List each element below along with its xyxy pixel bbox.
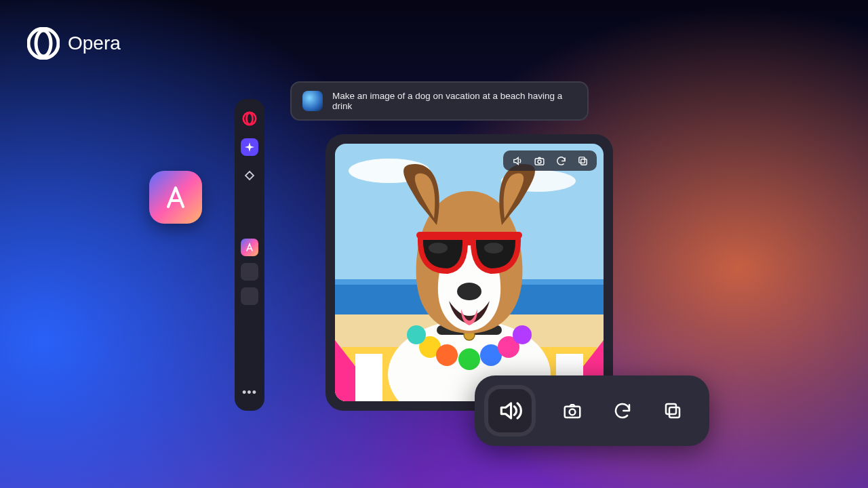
prompt-bar[interactable]: Make an image of a dog on vacation at a … bbox=[290, 81, 589, 121]
opera-icon bbox=[242, 111, 257, 126]
refresh-icon bbox=[555, 155, 567, 167]
svg-point-25 bbox=[429, 243, 448, 253]
svg-point-33 bbox=[570, 409, 576, 415]
copy-button-large[interactable] bbox=[659, 397, 686, 424]
svg-rect-28 bbox=[535, 158, 544, 164]
speaker-icon bbox=[497, 398, 523, 424]
opera-logo: Opera bbox=[27, 27, 121, 60]
sidebar-item-diamond[interactable] bbox=[241, 167, 258, 184]
svg-rect-34 bbox=[669, 407, 679, 418]
generated-image-wrap bbox=[335, 144, 604, 401]
svg-point-3 bbox=[246, 113, 252, 125]
svg-rect-31 bbox=[578, 157, 585, 163]
sidebar-item-opera[interactable] bbox=[241, 110, 258, 127]
svg-point-1 bbox=[36, 30, 51, 56]
sidebar-item-sparkle[interactable] bbox=[241, 138, 258, 156]
copy-icon bbox=[577, 155, 589, 167]
svg-point-0 bbox=[28, 28, 58, 58]
svg-point-16 bbox=[458, 348, 480, 370]
svg-rect-24 bbox=[462, 239, 476, 245]
speaker-button-large[interactable] bbox=[484, 385, 536, 436]
svg-rect-35 bbox=[666, 404, 676, 414]
refresh-button-large[interactable] bbox=[609, 397, 636, 424]
svg-point-20 bbox=[513, 325, 532, 344]
sidebar-thumb-aria[interactable] bbox=[241, 239, 258, 256]
sidebar-more[interactable]: ••• bbox=[242, 386, 257, 400]
aria-a-icon bbox=[245, 243, 254, 252]
user-avatar bbox=[302, 91, 323, 111]
sparkle-icon bbox=[244, 142, 255, 152]
camera-icon bbox=[562, 401, 583, 421]
prompt-text: Make an image of a dog on vacation at a … bbox=[332, 91, 576, 111]
svg-point-26 bbox=[484, 243, 503, 253]
svg-point-15 bbox=[436, 344, 458, 366]
svg-rect-32 bbox=[565, 407, 580, 418]
svg-point-19 bbox=[407, 325, 426, 344]
aria-a-icon bbox=[162, 184, 189, 211]
copy-icon bbox=[663, 401, 683, 421]
sidebar-thumb-empty-1[interactable] bbox=[241, 263, 258, 281]
camera-icon bbox=[534, 155, 545, 167]
refresh-button[interactable] bbox=[555, 155, 567, 167]
zoom-toolbar bbox=[475, 375, 709, 446]
opera-icon bbox=[27, 27, 60, 60]
refresh-icon bbox=[612, 401, 633, 421]
copy-button[interactable] bbox=[576, 155, 589, 167]
image-toolbar bbox=[503, 150, 597, 171]
svg-point-27 bbox=[457, 283, 481, 300]
svg-point-29 bbox=[538, 160, 541, 163]
brand-name: Opera bbox=[68, 33, 121, 54]
generated-image bbox=[335, 144, 604, 401]
camera-button-large[interactable] bbox=[559, 397, 586, 424]
svg-rect-11 bbox=[355, 354, 382, 401]
svg-rect-30 bbox=[580, 159, 587, 165]
camera-button[interactable] bbox=[533, 155, 545, 167]
sidebar-thumb-empty-2[interactable] bbox=[241, 287, 258, 305]
aria-app-tile[interactable] bbox=[149, 171, 202, 224]
sidebar: ••• bbox=[235, 99, 264, 411]
svg-point-2 bbox=[243, 113, 256, 125]
image-result-panel bbox=[326, 134, 613, 411]
speaker-button[interactable] bbox=[511, 155, 524, 167]
diamond-icon bbox=[244, 170, 255, 181]
speaker-icon bbox=[512, 155, 524, 167]
